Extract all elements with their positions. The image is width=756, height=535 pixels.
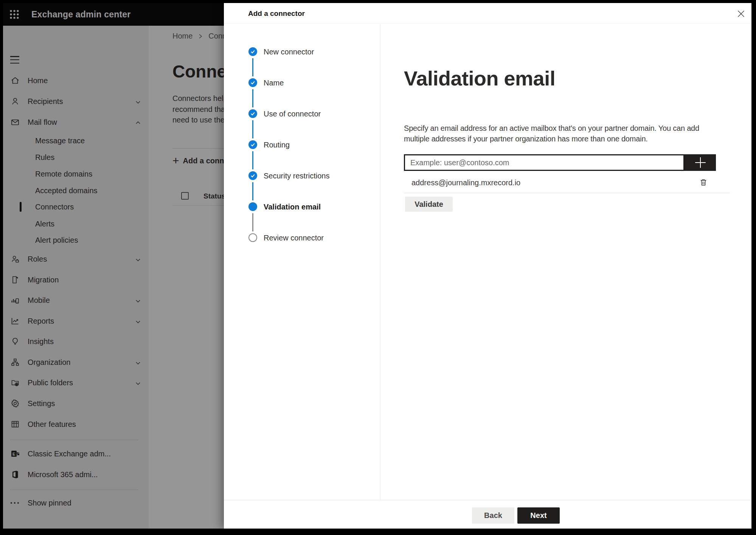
step-upcoming-icon: [248, 233, 257, 242]
validation-address-item: address@journaling.mxrecord.io: [411, 177, 520, 188]
validate-button[interactable]: Validate: [405, 197, 453, 212]
step-connector-line: [252, 151, 253, 169]
panel-title: Add a connector: [248, 3, 305, 24]
step-complete-icon: [248, 109, 257, 118]
add-email-button[interactable]: [685, 154, 716, 171]
next-button[interactable]: Next: [517, 507, 560, 524]
step-complete-icon: [248, 171, 257, 180]
trash-icon: [700, 178, 707, 186]
delete-address-button[interactable]: [697, 176, 709, 188]
step-routing[interactable]: Routing: [264, 140, 290, 150]
step-connector-line: [252, 89, 253, 107]
step-connector-line: [252, 182, 253, 200]
add-connector-panel: Add a connector New connector Name Use o…: [224, 3, 751, 529]
step-heading: Validation email: [404, 67, 555, 90]
step-connector-line: [252, 213, 253, 231]
close-icon: [737, 10, 745, 17]
step-name[interactable]: Name: [264, 78, 284, 88]
panel-header: Add a connector: [224, 3, 751, 24]
wizard-column-divider: [380, 24, 380, 500]
step-use-of-connector[interactable]: Use of connector: [264, 109, 321, 119]
address-list-divider: [404, 193, 730, 193]
close-button[interactable]: [734, 8, 747, 20]
step-complete-icon: [248, 47, 257, 56]
step-security-restrictions[interactable]: Security restrictions: [264, 171, 330, 181]
plus-icon: [695, 157, 706, 168]
back-button[interactable]: Back: [472, 507, 514, 524]
app-window: Exchange admin center Home Recipients Ma…: [3, 3, 751, 529]
step-review-connector[interactable]: Review connector: [264, 233, 324, 243]
footer-divider: [224, 500, 751, 500]
step-validation-email[interactable]: Validation email: [264, 202, 321, 212]
step-complete-icon: [248, 78, 257, 87]
step-connector-line: [252, 120, 253, 138]
screenshot-frame: Exchange admin center Home Recipients Ma…: [0, 0, 756, 535]
step-current-icon: [248, 202, 257, 211]
email-address-input[interactable]: [404, 154, 685, 171]
step-complete-icon: [248, 140, 257, 149]
step-connector-line: [252, 58, 253, 76]
step-new-connector[interactable]: New connector: [264, 47, 314, 57]
instructions-line: multiple addresses if your partner organ…: [404, 135, 648, 143]
instructions-line: Specify an email address for an active m…: [404, 124, 699, 133]
